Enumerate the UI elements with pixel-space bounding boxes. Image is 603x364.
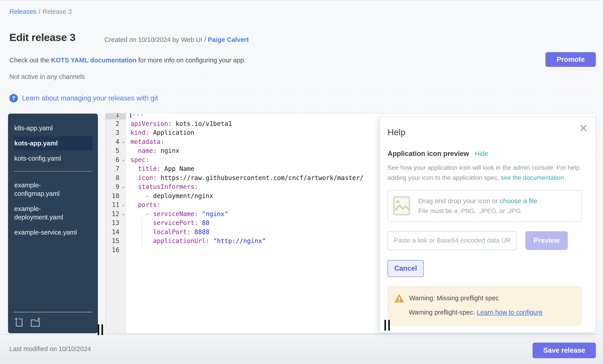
code-line-content: metadata: bbox=[126, 137, 164, 147]
git-help-link[interactable]: ? Learn about managing your releases wit… bbox=[9, 94, 158, 102]
code-line-content: title: App Name bbox=[126, 165, 195, 174]
line-number: 12▾ bbox=[105, 210, 126, 219]
desc-post: . bbox=[564, 174, 566, 181]
file-item-example-deployment.yaml[interactable]: example-deployment.yaml bbox=[14, 202, 93, 224]
created-line: Created on 10/10/2024 by Web UI / Paige … bbox=[104, 36, 249, 44]
line-number: 7 bbox=[105, 165, 126, 174]
line-number: 4▾ bbox=[105, 137, 126, 147]
code-line-content: ports: bbox=[126, 200, 161, 210]
file-list: k8s-app.yamlkots-app.yamlkots-config.yam… bbox=[8, 121, 98, 239]
indent-guide bbox=[142, 227, 142, 237]
choose-file-link[interactable]: choose a file bbox=[500, 197, 537, 205]
see-documentation-link[interactable]: see the documentation bbox=[501, 174, 564, 181]
icon-dropzone[interactable]: Drag and drop your icon or choose a file… bbox=[388, 190, 582, 222]
code-line-content: --- bbox=[126, 113, 144, 119]
preflight-warning-box: Warning: Missing preflight spec Warning … bbox=[388, 286, 582, 325]
indent-guide bbox=[142, 236, 142, 246]
workspace: k8s-app.yamlkots-app.yamlkots-config.yam… bbox=[0, 113, 603, 334]
author-link[interactable]: Paige Calvert bbox=[208, 36, 249, 43]
page-title: Edit release 3 bbox=[9, 31, 75, 44]
breadcrumb: Releases/Release 3 bbox=[9, 8, 72, 15]
created-text: Created on 10/10/2024 by Web UI / bbox=[104, 36, 208, 43]
learn-configure-link[interactable]: Learn how to configure bbox=[477, 309, 543, 316]
warning-title: Warning: Missing preflight spec bbox=[409, 295, 499, 302]
hide-link[interactable]: Hide bbox=[475, 150, 488, 157]
text-cursor bbox=[130, 113, 131, 118]
icon-preview-section-header: Application icon preview Hide bbox=[388, 150, 582, 158]
file-item-k8s-app.yaml[interactable]: k8s-app.yaml bbox=[14, 121, 93, 135]
code-line-content: localPort: 8888 bbox=[126, 228, 209, 237]
footer-bar: Last modified on 10/10/2024 Save release bbox=[0, 334, 603, 364]
git-help-label: Learn about managing your releases with … bbox=[22, 94, 158, 102]
help-panel-resize-handle[interactable] bbox=[384, 320, 390, 331]
code-line-content: statusInformers: bbox=[126, 182, 198, 192]
last-modified-text: Last modified on 10/10/2024 bbox=[9, 345, 91, 353]
dropzone-prompt: Drag and drop your icon or bbox=[418, 197, 500, 205]
code-line-content: name: nginx bbox=[126, 146, 179, 155]
code-line-content: servicePort: 80 bbox=[126, 219, 209, 228]
breadcrumb-current: Release 3 bbox=[43, 8, 72, 15]
line-number: 13 bbox=[105, 219, 126, 228]
dropzone-text: Drag and drop your icon or choose a file… bbox=[418, 197, 537, 215]
fold-arrow-icon[interactable]: ▾ bbox=[122, 183, 125, 192]
line-number: 8 bbox=[105, 174, 126, 183]
fold-arrow-icon[interactable]: ▾ bbox=[122, 138, 125, 147]
line-number: 2 bbox=[105, 119, 126, 129]
intro-post: for more info on configuring your app. bbox=[137, 56, 246, 64]
code-line-content: - deployment/nginx bbox=[126, 192, 213, 201]
code-line-content bbox=[126, 246, 130, 255]
breadcrumb-releases-link[interactable]: Releases bbox=[9, 8, 36, 15]
file-item-kots-app.yaml[interactable]: kots-app.yaml bbox=[14, 136, 93, 150]
icon-preview-title: Application icon preview bbox=[388, 150, 469, 158]
line-number: 16 bbox=[105, 246, 126, 255]
docs-intro-line: Check out the KOTS YAML documentation fo… bbox=[9, 56, 246, 64]
close-icon[interactable] bbox=[579, 124, 588, 132]
file-item-kots-config.yaml[interactable]: kots-config.yaml bbox=[14, 152, 93, 165]
sidebar-footer bbox=[14, 312, 92, 328]
line-number: 14 bbox=[105, 228, 126, 237]
fold-arrow-icon[interactable]: ▾ bbox=[122, 156, 125, 165]
code-line-content: - serviceName: "nginx" bbox=[126, 210, 228, 219]
file-group-divider bbox=[14, 171, 92, 172]
promote-button[interactable]: Promote bbox=[545, 52, 596, 67]
code-line-content: apiVersion: kots.io/v1beta1 bbox=[126, 119, 232, 129]
kots-yaml-docs-link[interactable]: KOTS YAML documentation bbox=[51, 56, 137, 64]
icon-url-row: Preview bbox=[388, 231, 582, 250]
warning-body-text: Warning preflight-spec. bbox=[409, 309, 477, 316]
save-release-button[interactable]: Save release bbox=[533, 343, 596, 358]
file-sidebar: k8s-app.yamlkots-app.yamlkots-config.yam… bbox=[8, 114, 98, 333]
indent-guide bbox=[142, 218, 142, 228]
icon-preview-description: See how your application icon will look … bbox=[388, 163, 582, 183]
breadcrumb-separator: / bbox=[39, 8, 40, 15]
sidebar-resize-handle[interactable] bbox=[98, 324, 103, 335]
line-number: 11▾ bbox=[105, 200, 126, 210]
fold-arrow-icon[interactable]: ▾ bbox=[122, 210, 125, 219]
line-number: 10 bbox=[105, 192, 126, 201]
code-line-content: kind: Application bbox=[126, 128, 195, 137]
help-panel: Help Application icon preview Hide See h… bbox=[380, 117, 596, 332]
fold-arrow-icon[interactable]: ▾ bbox=[122, 201, 125, 210]
line-number: 1 bbox=[105, 113, 126, 119]
cancel-button[interactable]: Cancel bbox=[388, 260, 424, 277]
warning-triangle-icon bbox=[394, 294, 404, 302]
dropzone-requirements: File must be a .PNG, .JPEG, or .JPG bbox=[418, 207, 537, 215]
channel-status-text: Not active in any channels bbox=[9, 73, 85, 80]
file-item-example-configmap.yaml[interactable]: example-configmap.yaml bbox=[14, 178, 93, 200]
icon-url-input[interactable] bbox=[388, 231, 516, 250]
line-number: 3 bbox=[105, 128, 126, 137]
intro-pre: Check out the bbox=[9, 56, 51, 64]
question-icon: ? bbox=[9, 94, 18, 102]
line-number: 5 bbox=[105, 146, 126, 155]
add-folder-icon[interactable] bbox=[30, 317, 42, 328]
code-line-content: applicationUrl: "http://nginx" bbox=[126, 237, 266, 246]
add-file-icon[interactable] bbox=[14, 317, 24, 328]
preview-button[interactable]: Preview bbox=[525, 231, 568, 250]
line-number: 9▾ bbox=[105, 182, 126, 192]
code-line-content: icon: https://raw.githubusercontent.com/… bbox=[126, 174, 363, 183]
file-item-example-service.yaml[interactable]: example-service.yaml bbox=[14, 225, 93, 239]
help-title: Help bbox=[388, 127, 582, 137]
code-line-content: spec: bbox=[126, 155, 149, 165]
image-placeholder-icon bbox=[393, 196, 410, 216]
line-number: 6▾ bbox=[105, 155, 126, 165]
line-number: 15 bbox=[105, 237, 126, 246]
